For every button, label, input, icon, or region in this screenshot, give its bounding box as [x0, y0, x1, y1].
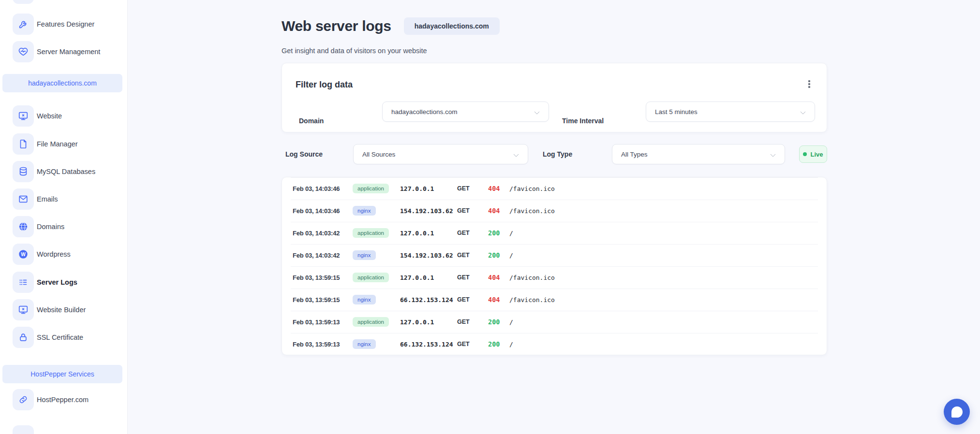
log-request-path: / — [509, 341, 827, 348]
log-ip-address: 66.132.153.124 — [400, 296, 457, 304]
log-status-code: 200 — [488, 340, 509, 348]
sidebar-item-file-manager[interactable]: File Manager — [0, 133, 128, 155]
log-type-select-value: All Types — [621, 151, 648, 158]
log-source-badge: nginx — [353, 339, 376, 349]
log-type-select[interactable]: All Types — [612, 144, 785, 164]
unknown-icon — [13, 0, 34, 4]
chevron-down-icon — [800, 109, 805, 114]
live-label: Live — [810, 151, 823, 158]
log-ip-address: 66.132.153.124 — [400, 341, 457, 348]
chevron-down-icon — [770, 151, 775, 157]
log-source-select[interactable]: All Sources — [353, 144, 528, 164]
unknown-icon — [13, 425, 34, 434]
chevron-down-icon — [513, 151, 519, 157]
log-status-code: 200 — [488, 229, 509, 237]
log-request-path: /favicon.ico — [509, 185, 827, 192]
sidebar-item-label: Wordpress — [37, 250, 71, 258]
log-source-badge: nginx — [353, 206, 376, 216]
svg-text:W: W — [21, 252, 26, 257]
log-ip-address: 154.192.103.62 — [400, 252, 457, 259]
sidebar-item-server-logs[interactable]: Server Logs — [0, 272, 128, 293]
time-interval-select[interactable]: Last 5 minutes — [646, 101, 815, 122]
log-http-method: GET — [457, 207, 488, 214]
log-status-code: 404 — [488, 207, 509, 215]
sidebar-item-label: MySQL Databases — [37, 168, 95, 175]
domain-select[interactable]: hadayacollections.com — [382, 101, 549, 122]
log-request-path: / — [509, 318, 827, 326]
sidebar-item-partial-bottom[interactable] — [0, 425, 128, 434]
table-row: Feb 03, 14:03:42 nginx 154.192.103.62 GE… — [282, 244, 827, 266]
log-ip-address: 154.192.103.62 — [400, 207, 457, 215]
sidebar-section-services: HostPepper Services — [2, 365, 122, 383]
log-timestamp: Feb 03, 14:03:46 — [293, 207, 353, 215]
file-icon — [13, 133, 34, 155]
log-request-path: / — [509, 230, 827, 237]
log-source-label: Log Source — [285, 150, 323, 158]
sidebar-item-wordpress[interactable]: W Wordpress — [0, 244, 128, 265]
time-interval-select-value: Last 5 minutes — [655, 108, 698, 116]
sidebar-item-emails[interactable]: Emails — [0, 188, 128, 210]
table-row: Feb 03, 13:59:13 nginx 66.132.153.124 GE… — [282, 333, 827, 355]
sidebar-item-label: Features Designer — [37, 20, 94, 28]
log-http-method: GET — [457, 230, 488, 236]
mail-icon — [13, 188, 34, 210]
live-dot-icon — [803, 152, 807, 156]
log-source-select-value: All Sources — [362, 151, 395, 158]
log-timestamp: Feb 03, 14:03:46 — [293, 185, 353, 192]
sidebar-item-website-builder[interactable]: Website Builder — [0, 299, 128, 320]
log-http-method: GET — [457, 185, 488, 192]
time-interval-label: Time Interval — [562, 117, 604, 125]
chat-bubble-icon — [951, 406, 963, 418]
chevron-down-icon — [534, 109, 539, 114]
link-icon — [13, 389, 34, 410]
domain-select-value: hadayacollections.com — [391, 108, 458, 116]
sidebar-section-label: hadayacollections.com — [28, 79, 97, 87]
log-status-code: 200 — [488, 251, 509, 259]
sidebar-item-server-management[interactable]: Server Management — [0, 41, 128, 62]
filter-card: Filter log data — [282, 63, 827, 132]
log-status-code: 200 — [488, 318, 509, 326]
table-row: Feb 03, 14:03:42 application 127.0.0.1 G… — [282, 222, 827, 244]
log-ip-address: 127.0.0.1 — [400, 185, 457, 192]
sidebar-item-website[interactable]: Website — [0, 105, 128, 127]
log-table: Feb 03, 14:03:46 application 127.0.0.1 G… — [282, 177, 827, 355]
sidebar-section-label: HostPepper Services — [30, 370, 94, 378]
sidebar-item-domains[interactable]: Domains — [0, 216, 128, 237]
log-source-badge: application — [353, 228, 389, 238]
log-http-method: GET — [457, 318, 488, 325]
log-source-badge: application — [353, 273, 389, 282]
log-source-badge: application — [353, 317, 389, 327]
lock-icon — [13, 327, 34, 348]
domain-label: Domain — [299, 117, 324, 125]
log-timestamp: Feb 03, 13:59:13 — [293, 341, 353, 348]
sidebar-item-ssl-certificate[interactable]: SSL Certificate — [0, 327, 128, 348]
log-http-method: GET — [457, 274, 488, 281]
sidebar-item-label: Server Logs — [37, 278, 77, 286]
wordpress-icon: W — [13, 244, 34, 265]
log-ip-address: 127.0.0.1 — [400, 274, 457, 281]
wrench-icon — [13, 14, 34, 35]
sidebar-section-domain: hadayacollections.com — [2, 74, 122, 92]
sidebar-item-mysql-databases[interactable]: MySQL Databases — [0, 161, 128, 182]
log-status-code: 404 — [488, 185, 509, 192]
table-row: Feb 03, 13:59:15 nginx 66.132.153.124 GE… — [282, 289, 827, 311]
sidebar-item-label: SSL Certificate — [37, 333, 83, 341]
log-timestamp: Feb 03, 14:03:42 — [293, 252, 353, 259]
log-status-code: 404 — [488, 296, 509, 304]
log-timestamp: Feb 03, 13:59:15 — [293, 274, 353, 281]
log-status-code: 404 — [488, 274, 509, 281]
page-subtitle: Get insight and data of visitors on your… — [282, 47, 427, 55]
log-request-path: /favicon.ico — [509, 207, 827, 215]
sidebar-item-partial-top[interactable] — [0, 0, 128, 4]
log-request-path: / — [509, 252, 827, 259]
kebab-menu-icon[interactable] — [803, 78, 815, 90]
table-row: Feb 03, 14:03:46 nginx 154.192.103.62 GE… — [282, 200, 827, 222]
chat-launcher-button[interactable] — [944, 399, 970, 425]
sidebar-item-hostpepper[interactable]: HostPepper.com — [0, 389, 128, 410]
sidebar-item-label: Website Builder — [37, 306, 86, 314]
globe-icon — [13, 216, 34, 237]
sidebar-item-features-designer[interactable]: Features Designer — [0, 14, 128, 35]
log-timestamp: Feb 03, 13:59:15 — [293, 296, 353, 304]
filter-card-title: Filter log data — [296, 80, 353, 90]
table-row: Feb 03, 13:59:13 application 127.0.0.1 G… — [282, 311, 827, 333]
